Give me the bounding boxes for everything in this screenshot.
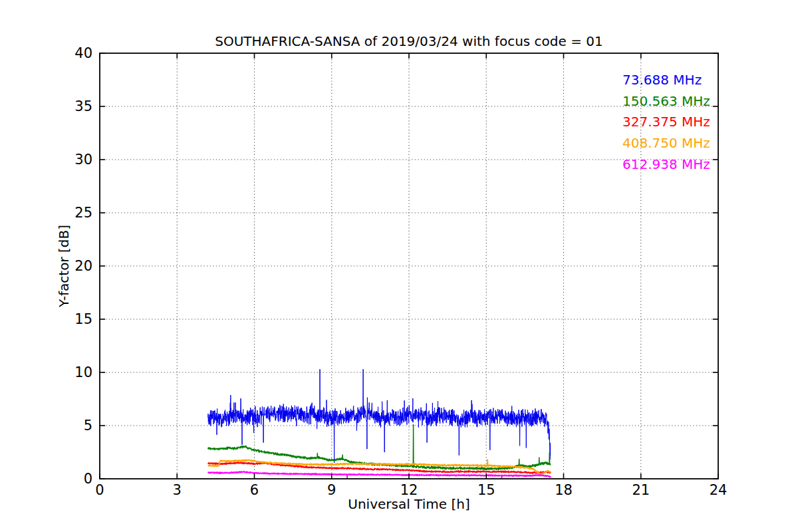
axis-layer: 036912151821240510152025303540 bbox=[74, 45, 727, 498]
legend-entry-2: 327.375 MHz bbox=[622, 114, 710, 130]
legend-entry-0: 73.688 MHz bbox=[622, 72, 702, 88]
chart-canvas: 036912151821240510152025303540 73.688 MH… bbox=[0, 0, 798, 532]
y-tick-label: 35 bbox=[74, 98, 92, 114]
chart-title: SOUTHAFRICA-SANSA of 2019/03/24 with foc… bbox=[215, 33, 603, 49]
y-tick-label: 5 bbox=[84, 418, 92, 434]
x-tick-label: 0 bbox=[95, 482, 104, 498]
y-tick-label: 25 bbox=[74, 205, 92, 221]
legend-entry-1: 150.563 MHz bbox=[622, 93, 710, 109]
figure: 036912151821240510152025303540 73.688 MH… bbox=[0, 0, 798, 532]
y-tick-label: 10 bbox=[74, 364, 92, 380]
x-tick-label: 18 bbox=[555, 482, 573, 498]
x-tick-label: 3 bbox=[173, 482, 182, 498]
legend: 73.688 MHz150.563 MHz327.375 MHz408.750 … bbox=[622, 72, 710, 172]
legend-entry-3: 408.750 MHz bbox=[622, 135, 710, 151]
y-tick-label: 15 bbox=[74, 311, 92, 327]
x-tick-label: 15 bbox=[477, 482, 495, 498]
x-tick-label: 9 bbox=[327, 482, 336, 498]
y-tick-label: 20 bbox=[74, 258, 92, 274]
series-line-0 bbox=[208, 369, 551, 463]
x-tick-label: 6 bbox=[250, 482, 259, 498]
legend-entry-4: 612.938 MHz bbox=[622, 156, 710, 172]
y-axis-label: Y-factor [dB] bbox=[56, 225, 72, 308]
x-tick-label: 21 bbox=[632, 482, 650, 498]
y-tick-label: 0 bbox=[84, 471, 92, 487]
y-tick-label: 30 bbox=[74, 152, 92, 168]
y-tick-label: 40 bbox=[74, 45, 92, 61]
x-axis-label: Universal Time [h] bbox=[348, 496, 469, 512]
x-tick-label: 24 bbox=[710, 482, 728, 498]
data-layer bbox=[208, 369, 551, 478]
